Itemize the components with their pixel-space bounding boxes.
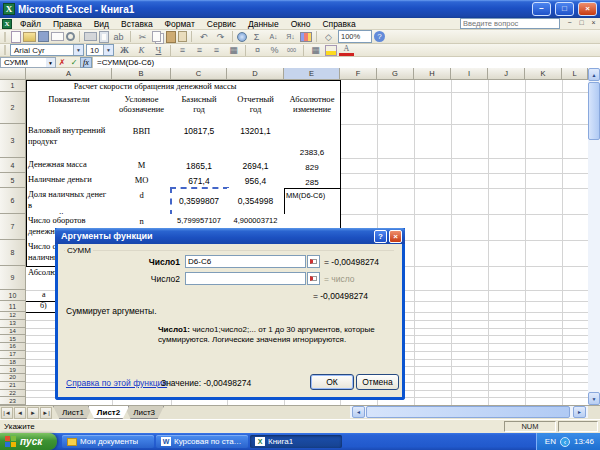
row-header-3[interactable]: 3 (0, 124, 26, 158)
row-header-7[interactable]: 7 (0, 214, 26, 240)
ask-question-input[interactable] (460, 18, 560, 29)
format-painter-icon[interactable] (178, 31, 187, 42)
taskbar-item[interactable]: Мои документы (62, 435, 154, 448)
new-document-icon[interactable] (11, 31, 21, 43)
toolbar-grip[interactable] (4, 45, 7, 55)
percent-icon[interactable]: % (267, 44, 282, 57)
cell-D2[interactable]: Отчетныйгод (227, 92, 285, 125)
taskbar-item[interactable]: WКурсовая по статис... (156, 435, 248, 448)
bold-icon[interactable]: Ж (117, 44, 132, 57)
cancel-button[interactable]: Отмена (356, 374, 399, 390)
paste-icon[interactable] (166, 31, 176, 43)
column-header-I[interactable]: I (451, 68, 488, 80)
align-left-icon[interactable]: ≡ (175, 44, 190, 57)
row-header-16[interactable]: 16 (0, 343, 26, 351)
cell-B5[interactable]: МО (112, 173, 172, 189)
chart-wizard-icon[interactable] (300, 32, 312, 42)
merge-center-icon[interactable]: ▦ (226, 44, 241, 57)
row-header-15[interactable]: 15 (0, 335, 26, 343)
print-icon[interactable] (84, 32, 97, 41)
menu-item-2[interactable]: Вид (88, 18, 115, 30)
row-header-1[interactable]: 1 (0, 80, 26, 92)
minimize-button[interactable]: − (532, 2, 551, 16)
cell-A5[interactable]: Наличные деньги (26, 173, 113, 189)
column-header-J[interactable]: J (488, 68, 525, 80)
scroll-left-icon[interactable]: ◄ (352, 406, 365, 418)
toolbar-grip[interactable] (4, 32, 7, 42)
next-sheet-icon[interactable]: ► (27, 407, 39, 419)
cancel-entry-button[interactable]: ✗ (56, 57, 68, 68)
menu-item-1[interactable]: Правка (47, 18, 88, 30)
row-header-5[interactable]: 5 (0, 173, 26, 188)
align-center-icon[interactable]: ≡ (192, 44, 207, 57)
cell-E6[interactable]: ММ(D6-C6) (284, 188, 341, 215)
column-header-C[interactable]: C (171, 68, 227, 80)
row-header-12[interactable]: 12 (0, 312, 26, 320)
menu-item-0[interactable]: Файл (14, 18, 47, 30)
cell-A4[interactable]: Денежная масса (26, 158, 113, 174)
menu-item-7[interactable]: Окно (285, 18, 317, 30)
close-button[interactable]: × (578, 2, 597, 16)
cell-D3[interactable]: 13201,1 (227, 124, 285, 159)
cell-D5[interactable]: 956,4 (227, 173, 285, 189)
last-sheet-icon[interactable]: ►| (40, 407, 52, 419)
language-indicator[interactable]: EN (545, 437, 556, 446)
first-sheet-icon[interactable]: |◄ (1, 407, 13, 419)
dialog-close-button[interactable]: × (389, 230, 402, 243)
number1-input[interactable] (185, 255, 306, 268)
sheet-tab-лист1[interactable]: Лист1 (53, 406, 93, 419)
cell-A3[interactable]: Валовый внутреннийпродукт (26, 124, 113, 159)
row-header-9[interactable]: 9 (0, 266, 26, 290)
column-header-F[interactable]: F (340, 68, 377, 80)
insert-function-button[interactable]: fx (80, 57, 92, 68)
row-header-19[interactable]: 19 (0, 366, 26, 374)
row-header-18[interactable]: 18 (0, 359, 26, 367)
column-header-D[interactable]: D (227, 68, 284, 80)
maximize-button[interactable]: □ (555, 2, 574, 16)
search-icon[interactable] (66, 32, 75, 41)
chevron-down-icon[interactable]: ▼ (46, 58, 55, 67)
borders-icon[interactable]: ▦ (308, 44, 323, 57)
row-header-10[interactable]: 10 (0, 290, 26, 301)
cut-icon[interactable]: ✂ (135, 30, 150, 43)
cell-C6[interactable]: 0,3599807 (171, 188, 228, 215)
cell-E3[interactable]: 2383,6 (284, 124, 341, 159)
row-header-20[interactable]: 20 (0, 374, 26, 382)
redo-icon[interactable]: ↷ (213, 30, 228, 43)
vertical-scroll-thumb[interactable] (588, 82, 600, 140)
cell-E4[interactable]: 829 (284, 158, 341, 174)
scroll-up-icon[interactable]: ▲ (588, 68, 600, 81)
insert-hyperlink-icon[interactable] (237, 32, 247, 42)
cell-D6[interactable]: 0,354998 (227, 188, 285, 215)
cell-B6[interactable]: d (112, 188, 172, 215)
ok-button[interactable]: ОК (310, 374, 354, 390)
cell-B3[interactable]: ВВП (112, 124, 172, 159)
sheet-minimize-button[interactable]: − (564, 18, 575, 29)
cell-A6[interactable]: Доля наличных денег вденежной массе (26, 188, 113, 215)
sheet-tab-лист2[interactable]: Лист2 (88, 406, 129, 419)
underline-icon[interactable]: Ч (151, 44, 166, 57)
row-header-6[interactable]: 6 (0, 188, 26, 214)
name-box[interactable]: СУММ ▼ (0, 57, 56, 68)
cell-C3[interactable]: 10817,5 (171, 124, 228, 159)
column-header-G[interactable]: G (377, 68, 414, 80)
column-header-L[interactable]: L (562, 68, 588, 80)
save-icon[interactable] (38, 31, 49, 42)
row-header-21[interactable]: 21 (0, 382, 26, 390)
column-header-E[interactable]: E (284, 68, 340, 80)
zoom-combo[interactable]: 100% (338, 30, 372, 43)
cell-C4[interactable]: 1865,1 (171, 158, 228, 174)
sheet-close-button[interactable]: × (588, 18, 599, 29)
cell-E2[interactable]: Абсолютноеизменение (284, 92, 341, 125)
mail-icon[interactable] (51, 32, 64, 41)
row-header-11[interactable]: 11 (0, 301, 26, 312)
row-header-23[interactable]: 23 (0, 397, 26, 405)
menu-item-6[interactable]: Данные (242, 18, 285, 30)
font-name-combo[interactable]: Arial Cyr ▼ (10, 44, 84, 56)
number2-input[interactable] (185, 272, 306, 285)
enter-entry-button[interactable]: ✓ (68, 57, 80, 68)
row-header-2[interactable]: 2 (0, 92, 26, 124)
taskbar-item[interactable]: XКнига1 (250, 435, 342, 448)
copy-icon[interactable] (152, 31, 161, 42)
fill-color-icon[interactable] (325, 45, 337, 56)
